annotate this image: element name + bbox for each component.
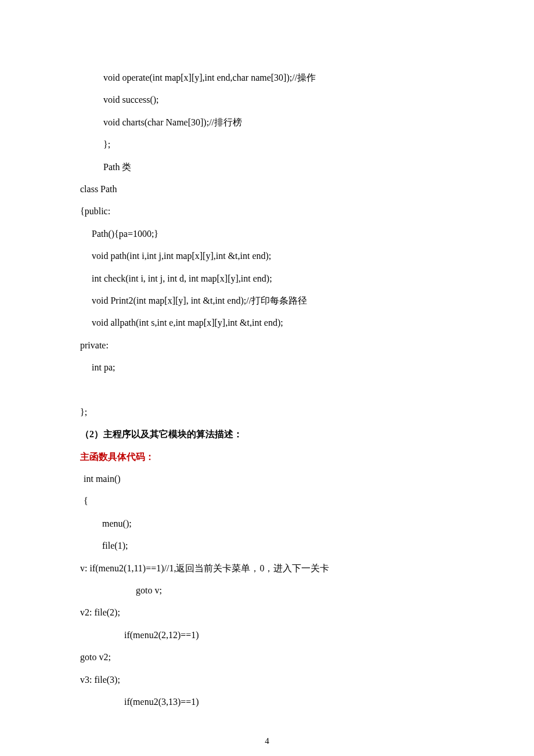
code-line: v2: file(2); (80, 602, 454, 624)
code-line: { (80, 490, 454, 512)
code-line: int pa; (80, 357, 454, 379)
code-line: int check(int i, int j, int d, int map[x… (80, 268, 454, 290)
code-line: v: if(menu2(1,11)==1)//1,返回当前关卡菜单，0，进入下一… (80, 557, 454, 579)
document-page: void operate(int map[x][y],int end,char … (0, 0, 534, 756)
code-line: if(menu2(2,12)==1) (80, 624, 454, 646)
code-line: }; (80, 401, 454, 423)
blank-line (80, 379, 454, 401)
code-line: int main() (80, 468, 454, 490)
code-line: void allpath(int s,int e,int map[x][y],i… (80, 312, 454, 334)
section-subheading: 主函数具体代码： (80, 446, 454, 468)
code-line: }; (80, 134, 454, 156)
code-line: class Path (80, 178, 454, 200)
code-line: void operate(int map[x][y],int end,char … (80, 67, 454, 89)
code-line: Path 类 (80, 156, 454, 178)
code-line: goto v; (80, 579, 454, 602)
code-line: void charts(char Name[30]);//排行榜 (80, 111, 454, 134)
section-heading: （2）主程序以及其它模块的算法描述： (80, 423, 454, 445)
code-line: v3: file(3); (80, 669, 454, 691)
code-line: private: (80, 334, 454, 357)
code-line: file(1); (80, 535, 454, 557)
code-line: goto v2; (80, 646, 454, 668)
code-line: {public: (80, 200, 454, 222)
code-line: if(menu2(3,13)==1) (80, 691, 454, 713)
code-line: Path(){pa=1000;} (80, 223, 454, 245)
page-number: 4 (80, 730, 454, 751)
code-line: void Print2(int map[x][y], int &t,int en… (80, 290, 454, 312)
code-line: void path(int i,int j,int map[x][y],int … (80, 245, 454, 267)
code-line: void success(); (80, 89, 454, 111)
code-line: menu(); (80, 513, 454, 535)
